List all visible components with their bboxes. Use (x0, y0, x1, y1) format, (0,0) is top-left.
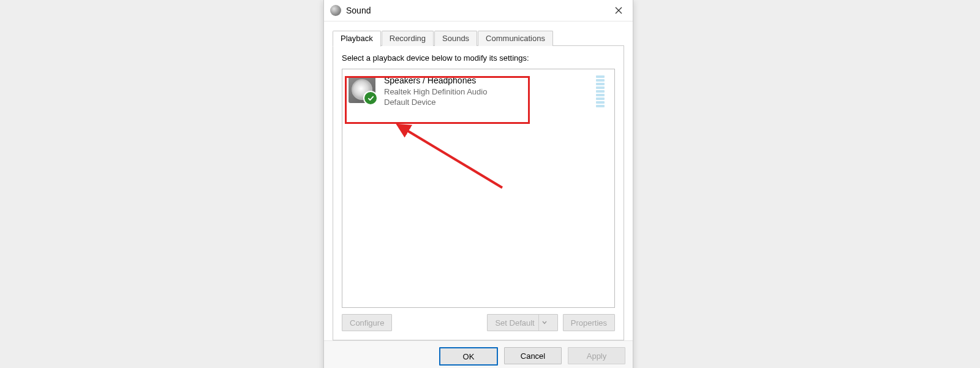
properties-button[interactable]: Properties (563, 314, 615, 331)
set-default-label: Set Default (495, 318, 534, 328)
playback-panel: Select a playback device below to modify… (333, 46, 624, 340)
device-name: Speakers / Headphones (384, 75, 596, 86)
default-check-icon (363, 91, 378, 105)
ok-button[interactable]: OK (439, 347, 498, 366)
device-listbox[interactable]: Speakers / Headphones Realtek High Defin… (342, 69, 615, 308)
configure-button[interactable]: Configure (342, 314, 392, 331)
device-status: Default Device (384, 97, 596, 108)
device-item[interactable]: Speakers / Headphones Realtek High Defin… (342, 69, 614, 113)
panel-button-row: Configure Set Default Properties (342, 314, 615, 331)
tab-playback[interactable]: Playback (333, 31, 381, 47)
chevron-down-icon (538, 315, 550, 331)
tabstrip: Playback Recording Sounds Communications… (324, 21, 633, 340)
tab-recording[interactable]: Recording (382, 31, 434, 46)
close-icon (615, 7, 622, 14)
cancel-button[interactable]: Cancel (504, 347, 562, 364)
set-default-button[interactable]: Set Default (487, 314, 557, 331)
speaker-icon (347, 75, 377, 104)
tab-sounds[interactable]: Sounds (434, 31, 477, 46)
tab-communications[interactable]: Communications (478, 31, 553, 46)
titlebar: Sound (324, 0, 633, 21)
close-button[interactable] (605, 0, 633, 21)
dialog-footer: OK Cancel Apply (324, 340, 633, 368)
device-driver: Realtek High Definition Audio (384, 86, 596, 98)
window-title: Sound (346, 6, 605, 15)
sound-dialog: Sound Playback Recording Sounds Communic… (323, 0, 633, 368)
apply-button[interactable]: Apply (568, 347, 625, 364)
level-meter-icon (596, 75, 605, 107)
sound-icon (330, 5, 341, 16)
instruction-text: Select a playback device below to modify… (342, 53, 615, 63)
device-text: Speakers / Headphones Realtek High Defin… (384, 75, 596, 108)
